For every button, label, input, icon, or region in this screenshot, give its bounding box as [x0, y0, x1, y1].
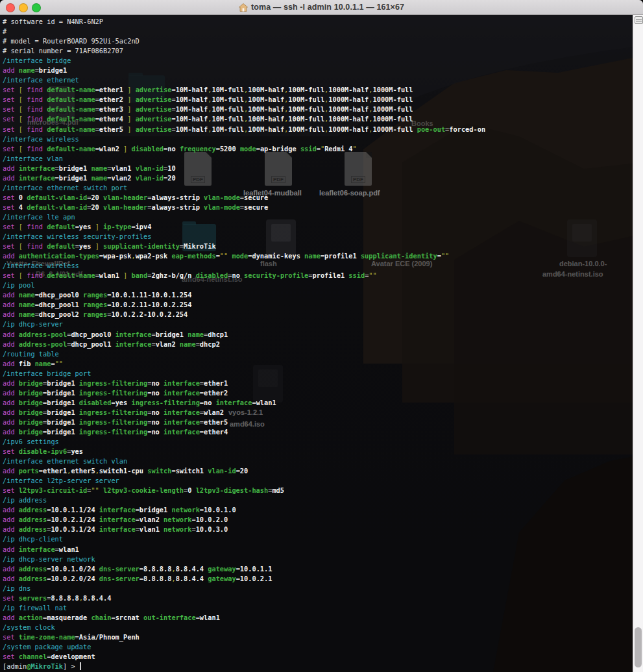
terminal-line: /ip dhcp-server [3, 319, 633, 329]
terminal-line: set [ find default-name=ether1 ] adverti… [3, 85, 633, 95]
scrollbar-thumb[interactable] [635, 627, 642, 667]
terminal-line: set [ find default-name=wlan1 ] band=2gh… [3, 271, 633, 280]
terminal-line: set 4 default-vlan-id=20 vlan-header=alw… [3, 203, 633, 212]
terminal-line: /interface vlan [3, 154, 633, 164]
terminal-line: /interface ethernet [3, 75, 633, 85]
terminal-line: /ip pool [3, 280, 633, 290]
terminal-line: add name=dhcp_pool2 ranges=10.0.2.2-10.0… [3, 310, 633, 319]
terminal-line: set disable-ipv6=yes [3, 447, 633, 456]
terminal-line: /system package update [3, 642, 633, 652]
terminal-line: [admin@MikroTik] > [3, 662, 633, 671]
terminal-line: /interface ethernet switch vlan [3, 456, 633, 466]
terminal-line: /interface bridge [3, 56, 633, 66]
terminal-line: /interface wireless security-profiles [3, 232, 633, 242]
window-title: toma — ssh -l admin 10.0.1.1 — 161×67 [251, 3, 404, 12]
terminal-line: /ipv6 settings [3, 437, 633, 447]
terminal-line: add interface=bridge1 name=vlan1 vlan-id… [3, 164, 633, 173]
terminal-line: set [ find default-name=ether4 ] adverti… [3, 114, 633, 124]
terminal-line: add action=masquerade chain=srcnat out-i… [3, 613, 633, 623]
terminal-line: add name=dhcp_pool1 ranges=10.0.2.11-10.… [3, 300, 633, 310]
terminal-line: add address=10.0.2.1/24 interface=vlan2 … [3, 515, 633, 525]
terminal-line: add bridge=bridge1 ingress-filtering=no … [3, 417, 633, 427]
terminal-line: # serial number = 71AF086B2707 [3, 46, 633, 56]
terminal-line: set time-zone-name=Asia/Phnom_Penh [3, 632, 633, 642]
terminal-line: set servers=8.8.8.8,8.8.4.4 [3, 593, 633, 603]
terminal-line: /system clock [3, 623, 633, 632]
terminal-line: add bridge=bridge1 disabled=yes ingress-… [3, 398, 633, 408]
terminal-line: /ip dns [3, 584, 633, 593]
home-folder-icon [239, 3, 248, 12]
terminal-line: set [ find default-name=wlan2 ] disabled… [3, 144, 633, 154]
terminal-output[interactable]: # software id = N4NR-6N2P## model = Rout… [0, 14, 633, 672]
split-pane-icon[interactable] [635, 16, 643, 24]
terminal-line: /ip firewall nat [3, 603, 633, 613]
terminal-line: # [3, 27, 633, 36]
terminal-line: /ip dhcp-server network [3, 554, 633, 564]
terminal-line: add name=dhcp_pool0 ranges=10.0.1.11-10.… [3, 290, 633, 300]
terminal-line: # model = RouterBOARD 952Ui-5ac2nD [3, 36, 633, 46]
terminal-line: add address=10.0.1.0/24 dns-server=8.8.8… [3, 564, 633, 574]
terminal-line: add address-pool=dhcp_pool1 interface=vl… [3, 340, 633, 349]
terminal-line: add authentication-types=wpa-psk,wpa2-ps… [3, 251, 633, 261]
terminal-line: /ip dhcp-client [3, 534, 633, 544]
terminal-line: add address=10.0.3.1/24 interface=vlan1 … [3, 525, 633, 534]
terminal-line: add interface=wlan1 [3, 545, 633, 554]
terminal-line: # software id = N4NR-6N2P [3, 17, 633, 27]
terminal-line: set channel=development [3, 652, 633, 662]
terminal-line: set 0 default-vlan-id=20 vlan-header=alw… [3, 193, 633, 203]
terminal-line: set l2tpv3-circuit-id="" l2tpv3-cookie-l… [3, 486, 633, 495]
terminal-line: /ip address [3, 495, 633, 505]
terminal-line: /routing table [3, 349, 633, 359]
terminal-line: add bridge=bridge1 ingress-filtering=no … [3, 379, 633, 388]
terminal-line: /interface l2tp-server server [3, 476, 633, 486]
terminal-line: /interface bridge port [3, 369, 633, 379]
terminal-line: add name=bridge1 [3, 66, 633, 75]
terminal-line: add address=10.0.2.0/24 dns-server=8.8.8… [3, 574, 633, 584]
terminal-window: PDFPDFPDFPDF microbes-4.pdfBooksleaflet0… [0, 0, 643, 672]
terminal-line: add bridge=bridge1 ingress-filtering=no … [3, 388, 633, 398]
terminal-line: add bridge=bridge1 ingress-filtering=no … [3, 427, 633, 437]
text-cursor [80, 662, 81, 670]
terminal-line: add address-pool=dhcp_pool0 interface=br… [3, 330, 633, 340]
terminal-line: add interface=bridge1 name=vlan2 vlan-id… [3, 173, 633, 183]
terminal-line: set [ find default-name=ether3 ] adverti… [3, 105, 633, 114]
minimize-button[interactable] [19, 3, 28, 12]
close-button[interactable] [6, 3, 15, 12]
terminal-line: set [ find default-name=ether2 ] adverti… [3, 95, 633, 105]
terminal-line: add address=10.0.1.1/24 interface=bridge… [3, 505, 633, 515]
title-bar[interactable]: toma — ssh -l admin 10.0.1.1 — 161×67 [0, 0, 643, 15]
scrollbar[interactable] [633, 14, 643, 672]
terminal-line: add ports=ether1,ether5,switch1-cpu swit… [3, 466, 633, 476]
terminal-line: add bridge=bridge1 ingress-filtering=no … [3, 408, 633, 417]
terminal-line: /interface lte apn [3, 212, 633, 222]
terminal-line: set [ find default-name=ether5 ] adverti… [3, 125, 633, 134]
terminal-line: /interface wireless [3, 134, 633, 144]
terminal-line: set [ find default=yes ] ip-type=ipv4 [3, 222, 633, 232]
terminal-line: /interface ethernet switch port [3, 183, 633, 193]
terminal-line: set [ find default=yes ] supplicant-iden… [3, 242, 633, 251]
zoom-button[interactable] [32, 3, 41, 12]
terminal-line: add fib name="" [3, 359, 633, 369]
terminal-line: /interface wireless [3, 261, 633, 271]
